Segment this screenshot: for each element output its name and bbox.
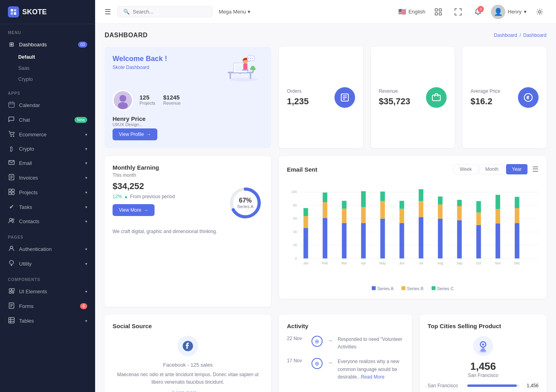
svg-rect-70: [323, 193, 327, 202]
notifications-button[interactable]: 3: [471, 5, 485, 19]
sidebar-item-crypto[interactable]: ₿ Crypto ▾: [0, 142, 95, 156]
svg-rect-88: [419, 217, 424, 258]
sidebar-sub-default[interactable]: Default: [0, 52, 95, 63]
revenue-stat-card: Revenue $35,723: [371, 47, 455, 148]
email-chart-card: Email Sent Week Month Year ☰: [279, 156, 546, 299]
svg-text:20: 20: [293, 243, 297, 247]
ui-elements-label: UI Elements: [19, 289, 47, 294]
sidebar-item-tasks[interactable]: ✔ Tasks ▾: [0, 200, 95, 214]
activity-dot-1: ⊕: [311, 336, 323, 347]
svg-rect-66: [304, 208, 308, 216]
svg-text:Mar: Mar: [341, 261, 347, 265]
settings-button[interactable]: [533, 5, 546, 19]
sidebar-item-ui-elements[interactable]: UI Elements ▾: [0, 284, 95, 299]
sidebar-item-calendar[interactable]: Calendar: [0, 98, 95, 113]
language-selector[interactable]: 🇺🇸 English: [398, 8, 426, 15]
top-row: Welcome Back ! Skote Dashboard: [105, 47, 546, 148]
view-more-label: View More: [119, 207, 141, 213]
read-more-link[interactable]: Read More: [361, 374, 384, 380]
svg-rect-18: [9, 292, 11, 293]
apps-section-label: APPS: [0, 85, 95, 98]
page-title: DASHBOARD: [105, 32, 148, 39]
sidebar-sub-crypto[interactable]: Crypto: [0, 74, 95, 85]
ui-elements-icon: [8, 288, 15, 295]
platform-sales: - 125 sales: [187, 362, 213, 368]
svg-rect-98: [457, 200, 462, 206]
tab-year[interactable]: Year: [506, 164, 527, 174]
forms-label: Forms: [19, 303, 34, 309]
city-name-label: San Francisco: [428, 383, 463, 388]
sidebar: SKOTE MENU ⊞ Dashboards 03 Default Saas …: [0, 0, 95, 392]
sidebar-item-ecommerce[interactable]: Ecommerce ▾: [0, 127, 95, 142]
logo-text: SKOTE: [22, 8, 47, 16]
sidebar-item-utility[interactable]: Utility ▾: [0, 256, 95, 271]
sidebar-logo[interactable]: SKOTE: [0, 0, 95, 24]
svg-point-27: [229, 78, 257, 82]
orders-info: Orders 1,235: [287, 88, 309, 107]
fullscreen-button[interactable]: [451, 5, 465, 19]
sidebar-item-contacts[interactable]: Contacts ▾: [0, 214, 95, 229]
invoices-icon: [8, 174, 15, 182]
svg-text:Sep: Sep: [457, 261, 462, 265]
email-icon: [8, 159, 15, 167]
orders-stat-card: Orders 1,235: [279, 47, 363, 148]
social-source-card: Social Source Facebook - 125 sales Maece…: [105, 315, 271, 392]
top-cities-title: Top Cities Selling Product: [428, 323, 539, 329]
avg-price-info: Average Price $16.2: [470, 88, 500, 107]
utility-chevron: ▾: [85, 262, 87, 266]
svg-rect-73: [342, 209, 347, 223]
breadcrumb: Dashboard / Dashboard: [494, 33, 546, 38]
svg-point-19: [12, 292, 14, 293]
revenue-stat-label: Revenue: [379, 88, 411, 94]
projects-value: 125: [139, 94, 155, 101]
sidebar-item-dashboards[interactable]: ⊞ Dashboards 03: [0, 37, 95, 52]
avg-price-label: Average Price: [470, 88, 500, 94]
bar-chart-area: 100 80 60 40 20 0 Jan: [287, 181, 539, 284]
hamburger-button[interactable]: ☰: [105, 8, 111, 16]
svg-point-6: [13, 136, 14, 137]
email-chart-title: Email Sent: [287, 166, 317, 173]
sidebar-item-tables[interactable]: Tables ▾: [0, 314, 95, 328]
tab-week[interactable]: Week: [454, 164, 478, 174]
sidebar-item-projects[interactable]: Projects ▾: [0, 185, 95, 200]
svg-point-37: [253, 68, 256, 70]
earning-amount: $34,252: [113, 181, 175, 191]
view-profile-button[interactable]: View Profile →: [113, 128, 157, 140]
svg-rect-40: [242, 69, 248, 71]
sidebar-sub-saas[interactable]: Saas: [0, 63, 95, 74]
svg-rect-97: [457, 206, 462, 220]
logo-icon: [8, 6, 19, 17]
tables-chevron: ▾: [85, 319, 87, 323]
projects-label: Projects: [139, 101, 155, 105]
sidebar-item-email[interactable]: Email ▾: [0, 156, 95, 170]
svg-rect-64: [304, 228, 308, 258]
sidebar-item-authentication[interactable]: Authentication ▾: [0, 242, 95, 256]
sidebar-item-chat[interactable]: Chat New: [0, 113, 95, 127]
search-input[interactable]: [133, 9, 206, 15]
topnav: ☰ 🔍 Mega Menu ▾ 🇺🇸 English 3: [95, 0, 556, 24]
second-row: Monthly Earning This month $34,252 12% ▲…: [105, 156, 546, 307]
flag-icon: 🇺🇸: [398, 8, 406, 15]
svg-rect-100: [476, 225, 481, 258]
forms-icon: [8, 302, 15, 310]
social-icon-wrap: [178, 336, 198, 356]
grid-view-button[interactable]: [432, 5, 445, 19]
sidebar-item-invoices[interactable]: Invoices ▾: [0, 170, 95, 185]
svg-rect-25: [439, 13, 441, 15]
tables-icon: [8, 317, 15, 325]
sidebar-item-forms[interactable]: Forms 6: [0, 299, 95, 314]
chart-menu-icon[interactable]: ☰: [532, 165, 539, 174]
tasks-chevron: ▾: [85, 205, 87, 209]
city-bar-value: 1,456: [524, 383, 539, 388]
mega-menu-button[interactable]: Mega Menu ▾: [219, 9, 250, 15]
welcome-stat-projects: 125 Projects: [139, 94, 155, 105]
activity-arrow-1: →: [327, 337, 333, 344]
user-name: Henry: [508, 9, 522, 15]
components-section-label: COMPONENTS: [0, 271, 95, 284]
tab-month[interactable]: Month: [479, 164, 504, 174]
city-icon-wrap: [428, 336, 539, 356]
view-more-button[interactable]: View More →: [113, 204, 155, 216]
learn-more-link[interactable]: Learn more →: [113, 390, 263, 392]
user-menu[interactable]: 👤 Henry ▾: [491, 5, 527, 19]
chart-tab-group: Week Month Year: [454, 164, 527, 174]
